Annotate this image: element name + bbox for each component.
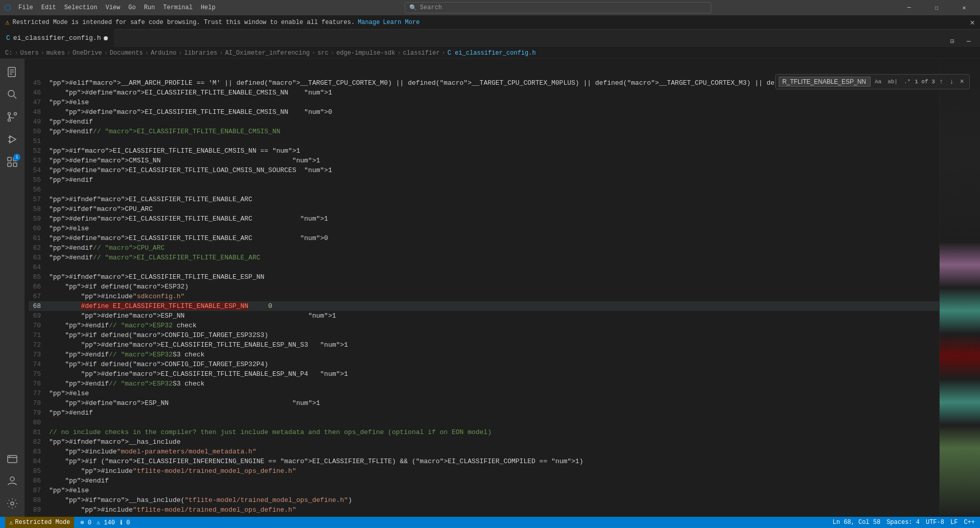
- code-line-52[interactable]: 52"pp">#if "macro">EI_CLASSIFIER_TFLITE_…: [29, 146, 939, 156]
- restricted-mode-status[interactable]: ⚠ Restricted Mode: [5, 517, 74, 528]
- status-warnings[interactable]: ⚠ 140: [97, 519, 115, 526]
- code-line-50[interactable]: 50"pp">#endif // "macro">EI_CLASSIFIER_T…: [29, 127, 939, 136]
- code-line-74[interactable]: 74 "pp">#if defined("macro">CONFIG_IDF_T…: [29, 359, 939, 369]
- code-line-87[interactable]: 87"pp">#else: [29, 486, 939, 495]
- code-line-59[interactable]: 59"pp">#define "macro">EI_CLASSIFIER_TFL…: [29, 214, 939, 224]
- code-line-88[interactable]: 88 "pp">#if "macro">__has_include("tflit…: [29, 495, 939, 505]
- menu-run[interactable]: Run: [141, 3, 158, 12]
- code-line-57[interactable]: 57"pp">#ifndef "macro">EI_CLASSIFIER_TFL…: [29, 195, 939, 204]
- breadcrumb-arduino[interactable]: Arduino: [151, 50, 176, 57]
- activity-icon-accounts[interactable]: [3, 472, 21, 490]
- activity-icon-run-debug[interactable]: [3, 130, 21, 149]
- code-line-83[interactable]: 83 "pp">#include "model-parameters/model…: [29, 447, 939, 457]
- code-editor[interactable]: 45"pp">#elif "macro">__ARM_ARCH_PROFILE …: [25, 59, 980, 517]
- menu-file[interactable]: File: [15, 3, 36, 12]
- code-line-72[interactable]: 72 "pp">#define "macro">EI_CLASSIFIER_TF…: [29, 340, 939, 350]
- breadcrumb-c-drive[interactable]: C:: [5, 50, 12, 57]
- restore-button[interactable]: ☐: [925, 0, 948, 15]
- status-info[interactable]: ℹ 0: [120, 519, 130, 526]
- tab-ei-classifier-config[interactable]: C ei_classifier_config.h: [0, 29, 114, 47]
- banner-close-button[interactable]: ✕: [970, 17, 975, 28]
- code-line-60[interactable]: 60"pp">#else: [29, 224, 939, 233]
- status-errors[interactable]: ⊗ 0: [80, 519, 91, 526]
- breadcrumb-file[interactable]: C ei_classifier_config.h: [448, 50, 536, 57]
- code-line-51[interactable]: 51: [29, 136, 939, 146]
- code-line-53[interactable]: 53"pp">#define "macro">CMSIS_NN "num">1: [29, 156, 939, 165]
- split-editor-button[interactable]: ⊡: [945, 36, 960, 47]
- status-language[interactable]: C++: [964, 519, 975, 526]
- menu-terminal[interactable]: Terminal: [160, 3, 196, 12]
- code-line-86[interactable]: 86 "pp">#endif: [29, 476, 939, 486]
- code-line-58[interactable]: 58"pp">#ifdef "macro">CPU_ARC: [29, 204, 939, 214]
- code-line-63[interactable]: 63"pp">#endif // "macro">EI_CLASSIFIER_T…: [29, 253, 939, 262]
- learn-more-link[interactable]: Learn More: [383, 19, 419, 26]
- breadcrumb-documents[interactable]: Documents: [110, 50, 143, 57]
- code-line-81[interactable]: 81// no include checks in the compiler? …: [29, 427, 939, 437]
- code-line-66[interactable]: 66 "pp">#if defined("macro">ESP32): [29, 282, 939, 292]
- activity-icon-extensions[interactable]: 1: [3, 153, 21, 171]
- code-line-84[interactable]: 84 "pp">#if ("macro">EI_CLASSIFIER_INFER…: [29, 457, 939, 466]
- manage-link[interactable]: Manage: [358, 19, 380, 26]
- code-line-69[interactable]: 69 "pp">#define "macro">ESP_NN "num">1: [29, 311, 939, 321]
- code-line-75[interactable]: 75 "pp">#define "macro">EI_CLASSIFIER_TF…: [29, 369, 939, 379]
- status-spaces[interactable]: Spaces: 4: [886, 519, 920, 526]
- code-content[interactable]: 45"pp">#elif "macro">__ARM_ARCH_PROFILE …: [25, 59, 939, 517]
- code-line-65[interactable]: 65"pp">#ifndef "macro">EI_CLASSIFIER_TFL…: [29, 272, 939, 282]
- code-line-48[interactable]: 48 "pp">#define "macro">EI_CLASSIFIER_TF…: [29, 107, 939, 117]
- breadcrumb-onedrive[interactable]: OneDrive: [73, 50, 102, 57]
- code-line-49[interactable]: 49"pp">#endif: [29, 117, 939, 127]
- breadcrumb-users[interactable]: Users: [20, 50, 39, 57]
- activity-icon-search[interactable]: [3, 85, 21, 104]
- close-button[interactable]: ✕: [952, 0, 976, 15]
- status-encoding[interactable]: UTF-8: [926, 519, 944, 526]
- find-close-button[interactable]: ×: [958, 77, 966, 87]
- activity-icon-remote[interactable]: [3, 449, 21, 468]
- code-line-62[interactable]: 62"pp">#endif // "macro">CPU_ARC: [29, 243, 939, 253]
- menu-go[interactable]: Go: [125, 3, 138, 12]
- code-line-61[interactable]: 61"pp">#define "macro">EI_CLASSIFIER_TFL…: [29, 233, 939, 243]
- find-input[interactable]: [779, 77, 871, 87]
- code-line-56[interactable]: 56: [29, 185, 939, 195]
- breadcrumb-sdk[interactable]: edge-impulse-sdk: [336, 50, 395, 57]
- find-prev-button[interactable]: ↑: [937, 77, 945, 87]
- code-line-55[interactable]: 55"pp">#endif: [29, 175, 939, 185]
- code-line-54[interactable]: 54"pp">#define "macro">EI_CLASSIFIER_TFL…: [29, 165, 939, 175]
- code-line-73[interactable]: 73 "pp">#endif // "macro">ESP32S3 check: [29, 350, 939, 359]
- menu-selection[interactable]: Selection: [61, 3, 101, 12]
- code-line-85[interactable]: 85 "pp">#include "tflite-model/trained_m…: [29, 466, 939, 476]
- breadcrumb-libraries[interactable]: libraries: [184, 50, 218, 57]
- code-line-70[interactable]: 70 "pp">#endif // "macro">ESP32 check: [29, 321, 939, 330]
- code-line-89[interactable]: 89 "pp">#include "tflite-model/trained_m…: [29, 505, 939, 515]
- menu-edit[interactable]: Edit: [38, 3, 59, 12]
- menu-view[interactable]: View: [102, 3, 123, 12]
- code-line-64[interactable]: 64: [29, 262, 939, 272]
- breadcrumb-ai-oximeter[interactable]: AI_Oximeter_inferencing: [225, 50, 310, 57]
- find-next-button[interactable]: ↓: [947, 77, 955, 87]
- code-line-78[interactable]: 78 "pp">#define "macro">ESP_NN "num">1: [29, 398, 939, 408]
- menu-help[interactable]: Help: [198, 3, 219, 12]
- code-line-67[interactable]: 67 "pp">#include "sdkconfig.h": [29, 292, 939, 301]
- code-line-80[interactable]: 80: [29, 418, 939, 427]
- activity-icon-explorer[interactable]: [3, 63, 21, 81]
- find-whole-word-button[interactable]: ab|: [885, 78, 900, 86]
- code-line-82[interactable]: 82"pp">#ifndef "macro">__has_include: [29, 437, 939, 447]
- status-line-ending[interactable]: LF: [950, 519, 958, 526]
- find-match-case-button[interactable]: Aa: [873, 78, 883, 86]
- status-cursor-position[interactable]: Ln 68, Col 58: [833, 519, 881, 526]
- find-regex-button[interactable]: .*: [902, 78, 913, 86]
- code-line-76[interactable]: 76 "pp">#endif // "macro">ESP32S3 check: [29, 379, 939, 389]
- breadcrumb-src[interactable]: src: [317, 50, 329, 57]
- more-actions-button[interactable]: ⋯: [962, 36, 976, 47]
- activity-icon-source-control[interactable]: [3, 108, 21, 126]
- global-search-box[interactable]: 🔍 Search: [405, 2, 711, 13]
- breadcrumb-mukes[interactable]: mukes: [46, 50, 65, 57]
- code-line-47[interactable]: 47"pp">#else: [29, 98, 939, 107]
- code-line-90[interactable]: 90 "pp">#endif: [29, 515, 939, 517]
- minimize-button[interactable]: —: [897, 0, 921, 15]
- code-line-79[interactable]: 79"pp">#endif: [29, 408, 939, 418]
- code-line-71[interactable]: 71 "pp">#if defined("macro">CONFIG_IDF_T…: [29, 330, 939, 340]
- code-line-77[interactable]: 77"pp">#else: [29, 389, 939, 398]
- code-line-68[interactable]: 68 #define EI_CLASSIFIER_TFLITE_ENABLE_E…: [29, 301, 939, 311]
- breadcrumb-classifier[interactable]: classifier: [403, 50, 440, 57]
- activity-icon-settings[interactable]: [3, 494, 21, 513]
